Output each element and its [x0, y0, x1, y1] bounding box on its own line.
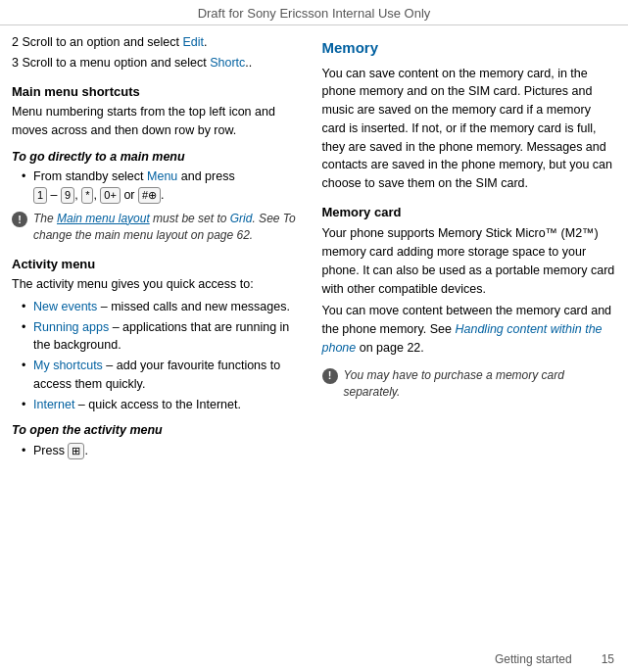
note-icon-1: !: [12, 212, 27, 227]
footer-text: Getting started 15: [495, 652, 614, 666]
running-apps-item: Running apps – applications that are run…: [22, 318, 307, 356]
activity-menu-body: The activity menu gives you quick access…: [12, 275, 307, 294]
step2-text: Scroll to an option and select: [22, 35, 182, 49]
grid-link[interactable]: Grid: [230, 212, 253, 225]
from-standby-text: From standby select: [33, 169, 147, 183]
or-text: or: [123, 188, 138, 202]
note1-the: The: [33, 212, 57, 225]
key-1: 1: [33, 187, 47, 204]
memory-heading: Memory: [322, 37, 617, 60]
memory-body1: You can save content on the memory card,…: [322, 65, 617, 193]
open-activity-title: To open the activity menu: [12, 421, 307, 440]
and-press-text: and press: [177, 169, 234, 183]
memory-card-body2: Your phone supports Memory Stick Micro™ …: [322, 224, 617, 298]
draft-header: Draft for Sony Ericsson Internal Use Onl…: [0, 0, 628, 25]
key-star: *: [81, 187, 93, 204]
press-period: .: [84, 444, 87, 457]
internet-item: Internet – quick access to the Internet.: [22, 396, 307, 414]
step-2: 2 Scroll to an option and select Edit.: [12, 33, 307, 52]
activity-menu-title: Activity menu: [12, 255, 307, 274]
internet-text: – quick access to the Internet.: [74, 398, 241, 411]
new-events-link[interactable]: New events: [33, 300, 97, 313]
go-directly-title: To go directly to a main menu: [12, 148, 307, 167]
step3-num: 3: [12, 56, 22, 70]
new-events-text: – missed calls and new messages.: [97, 300, 290, 313]
memory-card-body3: You can move content between the memory …: [322, 302, 617, 357]
period: .: [161, 188, 164, 202]
step3-text: Scroll to a menu option and select: [22, 56, 210, 70]
main-menu-shortcuts-body: Menu numbering starts from the top left …: [12, 103, 307, 140]
key-0: 0+: [100, 187, 121, 204]
step2-num: 2: [12, 35, 22, 49]
my-shortcuts-link[interactable]: My shortcuts: [33, 359, 103, 372]
running-apps-link[interactable]: Running apps: [33, 320, 109, 334]
internet-link[interactable]: Internet: [33, 398, 74, 411]
open-activity-list: Press ⊞.: [12, 442, 307, 460]
footer: Getting started 15: [0, 648, 628, 672]
right-column: Memory You can save content on the memor…: [322, 33, 617, 639]
note-text-2: You may have to purchase a memory card s…: [344, 367, 617, 402]
my-shortcuts-item: My shortcuts – add your favourite functi…: [22, 357, 307, 394]
note-icon-2: !: [322, 368, 338, 384]
footer-page: 15: [602, 652, 614, 666]
note-2: ! You may have to purchase a memory card…: [322, 367, 617, 402]
press-text: Press: [33, 444, 68, 457]
step2-suffix: .: [204, 35, 207, 49]
press-item: Press ⊞.: [22, 442, 307, 460]
content-area: 2 Scroll to an option and select Edit. 3…: [0, 25, 628, 639]
step-3: 3 Scroll to a menu option and select Sho…: [12, 54, 307, 72]
dash: –: [51, 188, 61, 202]
from-standby-item: From standby select Menu and press 1 – 9…: [22, 168, 307, 205]
page-wrapper: Draft for Sony Ericsson Internal Use Onl…: [0, 0, 628, 672]
key-9: 9: [61, 187, 74, 204]
go-directly-list: From standby select Menu and press 1 – 9…: [12, 168, 307, 205]
comma2: ,: [93, 188, 100, 202]
note-1: ! You may have to purchase a memory card…: [12, 211, 307, 245]
left-column: 2 Scroll to an option and select Edit. 3…: [12, 33, 307, 639]
key-hash: #⊕: [138, 187, 161, 204]
step3-suffix: ..: [245, 56, 252, 70]
step2-link[interactable]: Edit: [182, 35, 204, 49]
body3-suffix: on page 22.: [356, 341, 424, 355]
new-events-item: New events – missed calls and new messag…: [22, 298, 307, 316]
draft-title: Draft for Sony Ericsson Internal Use Onl…: [198, 6, 431, 21]
activity-items-list: New events – missed calls and new messag…: [12, 298, 307, 414]
main-menu-shortcuts-title: Main menu shortcuts: [12, 82, 307, 102]
comma1: ,: [74, 188, 81, 202]
activity-key: ⊞: [68, 443, 84, 459]
memory-card-heading: Memory card: [322, 203, 617, 222]
main-menu-layout-link[interactable]: Main menu layout: [57, 212, 150, 225]
note-text-1: You may have to purchase a memory card s…: [33, 211, 307, 245]
menu-link[interactable]: Menu: [147, 169, 177, 183]
footer-label: Getting started: [495, 652, 572, 666]
note1-mid: must be set to: [150, 212, 230, 225]
step3-link[interactable]: Shortc: [210, 56, 245, 70]
